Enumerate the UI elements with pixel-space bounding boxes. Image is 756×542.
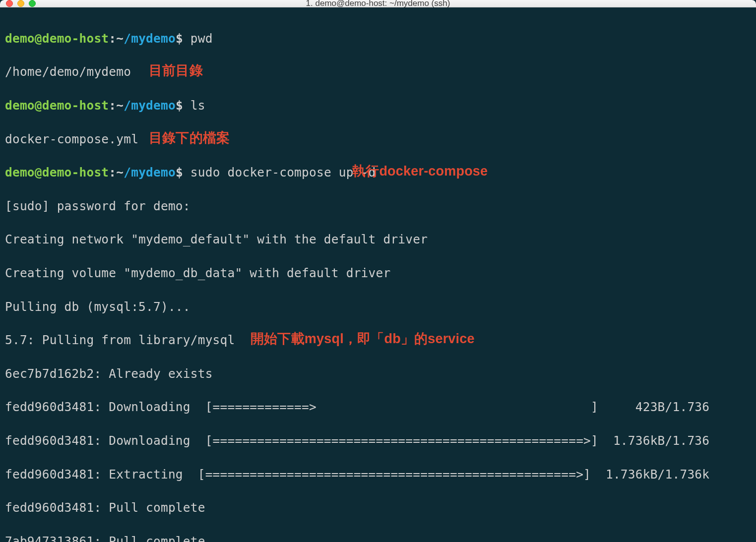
annotation-run-compose: 執行docker-compose xyxy=(352,162,488,181)
output-pwd: /home/demo/mydemo目前目錄 xyxy=(5,63,751,80)
annotation-files: 目錄下的檔案 xyxy=(149,129,230,147)
prompt-at: @ xyxy=(35,98,42,113)
cmd-compose: sudo docker-compose up -d xyxy=(190,165,376,180)
prompt-slash: / xyxy=(124,165,131,180)
output-layer-exists: 6ec7b7d162b2: Already exists xyxy=(5,365,751,382)
prompt-tilde: ~ xyxy=(116,31,124,46)
annotation-cwd: 目前目錄 xyxy=(149,61,203,80)
prompt-user: demo xyxy=(5,98,35,113)
close-icon[interactable] xyxy=(6,0,13,7)
cmd-pwd: pwd xyxy=(190,31,213,46)
minimize-icon[interactable] xyxy=(17,0,24,7)
output-pull-db: Pulling db (mysql:5.7)... xyxy=(5,299,751,315)
prompt-host: demo-host xyxy=(42,31,109,46)
output-pull-from: 5.7: Pulling from library/mysql開始下載mysql… xyxy=(5,332,751,349)
prompt-dir: mydemo xyxy=(131,31,176,46)
output-vol: Creating volume "mydemo_db_data" with de… xyxy=(5,265,751,282)
prompt-at: @ xyxy=(35,31,42,46)
prompt-colon: : xyxy=(109,98,116,113)
output-ext: fedd960d3481: Extracting [==============… xyxy=(5,466,751,483)
prompt-colon: : xyxy=(109,165,116,180)
prompt-slash: / xyxy=(124,98,131,113)
annotation-download-mysql: 開始下載mysql，即「db」的service xyxy=(251,330,475,348)
prompt-slash: / xyxy=(124,31,131,46)
prompt-at: @ xyxy=(35,165,42,180)
output-pull-from-text: 5.7: Pulling from library/mysql xyxy=(5,333,235,347)
prompt-dollar: $ xyxy=(176,98,183,113)
output-ls-text: docker-compose.yml xyxy=(5,132,138,146)
terminal-window: 1. demo@demo-host: ~/mydemo (ssh) demo@d… xyxy=(0,0,756,542)
prompt-user: demo xyxy=(5,31,35,46)
prompt-dir: mydemo xyxy=(131,98,176,113)
output-dl1: fedd960d3481: Downloading [=============… xyxy=(5,399,751,416)
prompt-line-pwd: demo@demo-host:~/mydemo$ pwd xyxy=(5,30,751,47)
prompt-line-compose: demo@demo-host:~/mydemo$ sudo docker-com… xyxy=(5,164,751,181)
output-sudo-prompt: [sudo] password for demo: xyxy=(5,198,751,215)
zoom-icon[interactable] xyxy=(29,0,36,7)
prompt-tilde: ~ xyxy=(116,98,124,113)
prompt-dollar: $ xyxy=(176,165,183,180)
prompt-host: demo-host xyxy=(42,165,109,180)
titlebar: 1. demo@demo-host: ~/mydemo (ssh) xyxy=(0,0,756,7)
prompt-line-ls: demo@demo-host:~/mydemo$ ls xyxy=(5,97,751,114)
prompt-colon: : xyxy=(109,31,116,46)
output-pc1: fedd960d3481: Pull complete xyxy=(5,499,751,516)
output-pc2: 7ab947313861: Pull complete xyxy=(5,533,751,542)
prompt-dollar: $ xyxy=(176,31,183,46)
prompt-user: demo xyxy=(5,165,35,180)
output-ls: docker-compose.yml目錄下的檔案 xyxy=(5,131,751,148)
prompt-dir: mydemo xyxy=(131,165,176,180)
prompt-host: demo-host xyxy=(42,98,109,113)
output-net: Creating network "mydemo_default" with t… xyxy=(5,231,751,248)
terminal-body[interactable]: demo@demo-host:~/mydemo$ pwd /home/demo/… xyxy=(0,7,756,542)
output-dl2: fedd960d3481: Downloading [=============… xyxy=(5,432,751,449)
output-pwd-text: /home/demo/mydemo xyxy=(5,64,131,79)
traffic-lights xyxy=(6,0,36,7)
prompt-tilde: ~ xyxy=(116,165,124,180)
cmd-ls: ls xyxy=(190,98,205,113)
